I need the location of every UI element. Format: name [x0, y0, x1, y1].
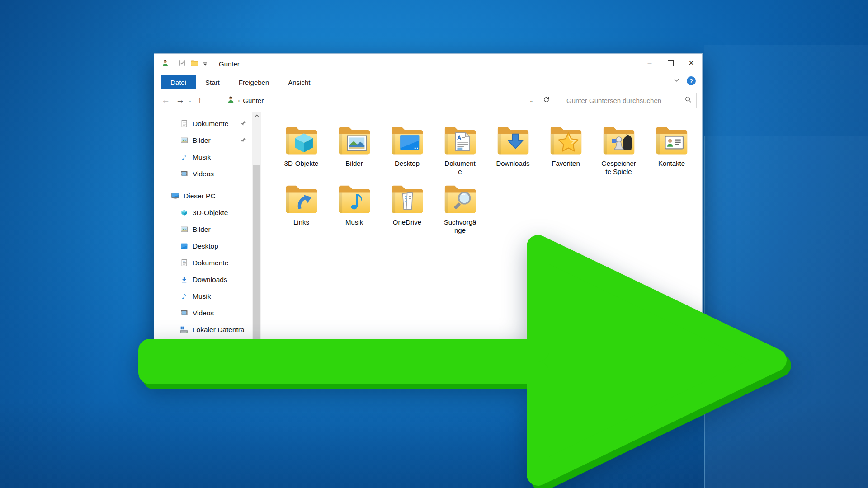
sidebar-item-label: Musik: [193, 292, 211, 300]
file-label: Suchvorgä nge: [444, 218, 476, 235]
file-item-onedrive[interactable]: OneDrive: [381, 180, 434, 239]
folder-documents-icon: [441, 122, 479, 160]
sidebar-item-label: Desktop: [193, 242, 218, 250]
back-button[interactable]: ←: [161, 95, 170, 105]
file-item-desktop[interactable]: Desktop: [381, 122, 434, 180]
sidebar-item-dokumente[interactable]: Dokumente: [154, 254, 252, 271]
music-icon: [179, 153, 189, 161]
sidebar-item-videos-pc[interactable]: Videos: [154, 305, 252, 321]
search-icon: [685, 96, 692, 105]
sidebar-scrollbar[interactable]: [252, 112, 261, 353]
file-item-bilder[interactable]: Bilder: [328, 122, 381, 180]
sidebar-item-label: Bilder: [193, 136, 211, 145]
search-box[interactable]: [561, 93, 697, 108]
file-item-gespeicherte-spiele[interactable]: Gespeicher te Spiele: [592, 122, 645, 180]
close-button[interactable]: ✕: [681, 54, 702, 71]
sidebar-item-lokaler-datentraeger[interactable]: Lokaler Datenträ: [154, 321, 252, 338]
sidebar-item-musik[interactable]: Musik: [154, 149, 252, 165]
video-icon: [179, 170, 189, 178]
pin-icon: [240, 120, 246, 128]
sidebar-item-label: Downloads: [193, 276, 227, 284]
tab-datei[interactable]: Datei: [161, 75, 196, 89]
file-label: Bilder: [345, 160, 363, 168]
folder-3d-objects-icon: [283, 122, 321, 160]
cube-icon: [179, 209, 189, 216]
file-list: 3D-Objekte Bilder Desktop Dokument e Dow…: [261, 112, 702, 353]
file-item-favoriten[interactable]: Favoriten: [539, 122, 592, 180]
sidebar-item-label: Lokaler Datenträ: [193, 326, 245, 334]
file-label: Musik: [345, 218, 363, 226]
folder-pictures-icon: [335, 122, 373, 160]
sidebar-item-label: Dokumente: [193, 259, 228, 267]
chevron-down-icon[interactable]: [674, 77, 679, 85]
folder-downloads-icon: [494, 122, 532, 160]
explorer-window: Gunter – ✕ Datei Start Freigeben Ansicht…: [154, 53, 703, 353]
sidebar-item-downloads[interactable]: Downloads: [154, 271, 252, 288]
scrollbar-up-icon[interactable]: [252, 112, 261, 120]
sidebar-item-label: Dieser PC: [184, 192, 216, 200]
wallpaper-light-band-top: [704, 45, 868, 136]
file-item-3d-objekte[interactable]: 3D-Objekte: [275, 122, 328, 180]
search-input[interactable]: [566, 96, 685, 105]
sidebar-item-dokumente-pinned[interactable]: Dokumente: [154, 115, 252, 132]
file-item-links[interactable]: Links: [275, 180, 328, 239]
file-label: Kontakte: [658, 160, 685, 168]
file-label: OneDrive: [393, 218, 421, 226]
sidebar-item-bilder-pinned[interactable]: Bilder: [154, 132, 252, 149]
sidebar-item-label: Bilder: [193, 225, 211, 234]
sidebar-item-dieser-pc[interactable]: Dieser PC: [154, 188, 252, 204]
tab-freigeben[interactable]: Freigeben: [229, 75, 279, 89]
sidebar-item-label: Musik: [193, 153, 211, 161]
sidebar-item-label: Dokumente: [193, 120, 228, 128]
file-item-downloads[interactable]: Downloads: [486, 122, 539, 180]
scrollbar-thumb[interactable]: [253, 165, 260, 353]
help-button[interactable]: ?: [687, 76, 696, 85]
file-item-kontakte[interactable]: Kontakte: [645, 122, 698, 180]
window-body: Dokumente Bilder Musik Videos: [154, 112, 702, 353]
qat-customize-icon[interactable]: [203, 60, 208, 68]
address-dropdown-icon[interactable]: ⌄: [529, 98, 535, 103]
sidebar-item-3d-objekte[interactable]: 3D-Objekte: [154, 204, 252, 221]
file-label: Favoriten: [552, 160, 580, 168]
sidebar-item-musik-pc[interactable]: Musik: [154, 288, 252, 305]
breadcrumb-separator: ›: [238, 97, 240, 104]
folder-searches-icon: [441, 180, 479, 218]
file-label: 3D-Objekte: [284, 160, 319, 168]
user-folder-icon: [161, 59, 169, 69]
sidebar-item-label: 3D-Objekte: [193, 209, 228, 217]
maximize-button[interactable]: [660, 54, 681, 71]
wallpaper-light-band: [704, 136, 868, 488]
navigation-buttons: ← → ⌄ ↑: [160, 95, 223, 105]
breadcrumb[interactable]: Gunter: [243, 97, 264, 104]
sidebar-item-bilder[interactable]: Bilder: [154, 221, 252, 238]
navigation-pane: Dokumente Bilder Musik Videos: [154, 112, 252, 353]
tab-start[interactable]: Start: [196, 75, 229, 89]
minimize-button[interactable]: –: [639, 54, 660, 71]
picture-icon: [179, 225, 189, 233]
tab-ansicht[interactable]: Ansicht: [278, 75, 320, 89]
sidebar-item-desktop[interactable]: Desktop: [154, 238, 252, 254]
pin-icon: [240, 137, 246, 145]
maximize-icon: [668, 60, 674, 66]
file-item-musik[interactable]: Musik: [328, 180, 381, 239]
disk-icon: [179, 326, 189, 334]
up-button[interactable]: ↑: [198, 95, 202, 105]
breadcrumb-user-icon: [227, 96, 235, 105]
folder-favorites-icon: [547, 122, 585, 160]
new-folder-icon[interactable]: [190, 59, 198, 69]
file-item-dokumente[interactable]: Dokument e: [434, 122, 486, 180]
desktop-icon: [179, 242, 189, 250]
refresh-button[interactable]: [539, 93, 553, 108]
file-label: Links: [293, 218, 309, 226]
sidebar-item-label: Videos: [193, 170, 214, 178]
address-bar[interactable]: › Gunter ⌄: [223, 93, 539, 108]
window-controls: – ✕: [639, 54, 702, 71]
history-dropdown-icon[interactable]: ⌄: [188, 98, 192, 103]
sidebar-item-videos[interactable]: Videos: [154, 165, 252, 182]
forward-button[interactable]: →: [176, 95, 184, 105]
properties-check-icon[interactable]: [179, 59, 186, 68]
file-item-suchvorgaenge[interactable]: Suchvorgä nge: [434, 180, 486, 239]
video-icon: [179, 309, 189, 317]
picture-icon: [179, 136, 189, 144]
file-label: Downloads: [496, 160, 529, 168]
